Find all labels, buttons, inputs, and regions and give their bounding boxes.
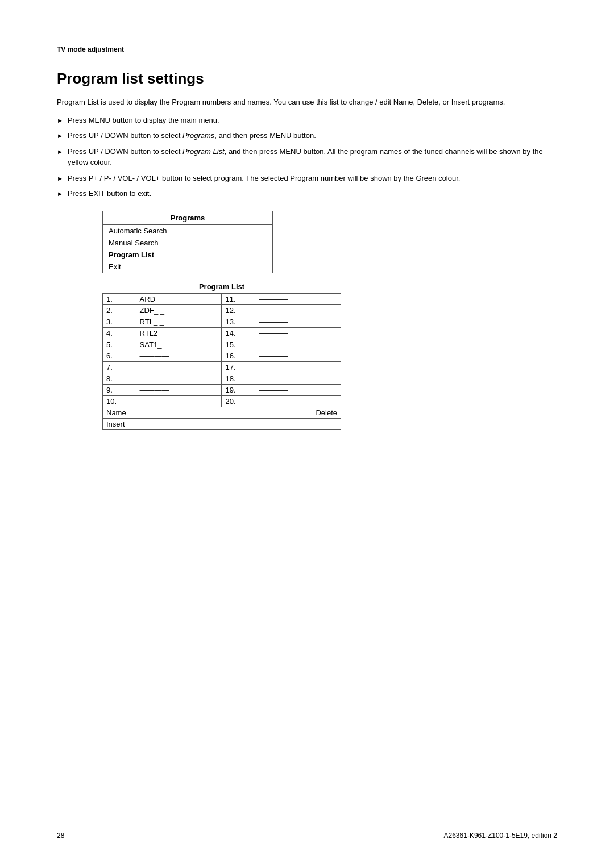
table-row: 4.RTL2_14.———— — [103, 327, 341, 339]
page-footer: 28 A26361-K961-Z100-1-5E19, edition 2 — [57, 828, 557, 840]
row-number-right: 13. — [222, 316, 255, 327]
table-row: 7.————17.———— — [103, 361, 341, 373]
row-number-left: 1. — [103, 293, 136, 304]
row-number-left: 6. — [103, 350, 136, 361]
program-list-table: 1.ARD_ _11.————2.ZDF_ _12.————3.RTL_ _13… — [102, 293, 341, 407]
table-row: 5.SAT1_15.———— — [103, 339, 341, 350]
row-name-left: ———— — [136, 361, 222, 373]
row-name-right: ———— — [255, 293, 341, 304]
table-row: 6.————16.———— — [103, 350, 341, 361]
row-number-left: 2. — [103, 304, 136, 316]
intro-paragraph: Program List is used to display the Prog… — [57, 97, 557, 108]
row-number-right: 16. — [222, 350, 255, 361]
row-name-right: ———— — [255, 373, 341, 384]
footer-delete: Delete — [316, 408, 337, 417]
table-row: 2.ZDF_ _12.———— — [103, 304, 341, 316]
bullet-arrow-icon: ► — [57, 147, 63, 157]
row-number-right: 11. — [222, 293, 255, 304]
programs-menu-title: Programs — [103, 211, 272, 225]
row-number-right: 17. — [222, 361, 255, 373]
row-number-left: 9. — [103, 384, 136, 395]
row-name-right: ———— — [255, 327, 341, 339]
footer-insert: Insert — [106, 420, 125, 428]
bullet-text-3: Press UP / DOWN button to select Program… — [68, 146, 557, 168]
row-name-left: ———— — [136, 395, 222, 407]
bullet-text-2: Press UP / DOWN button to select Program… — [68, 130, 316, 141]
bullet-text-1: Press MENU button to display the main me… — [68, 115, 219, 126]
table-row: 1.ARD_ _11.———— — [103, 293, 341, 304]
bullet-item-5: ► Press EXIT button to exit. — [57, 188, 557, 199]
row-name-right: ———— — [255, 384, 341, 395]
bullet-arrow-icon: ► — [57, 189, 63, 199]
table-row: 10.————20.———— — [103, 395, 341, 407]
row-name-left: RTL_ _ — [136, 316, 222, 327]
row-number-left: 3. — [103, 316, 136, 327]
row-number-right: 18. — [222, 373, 255, 384]
row-number-right: 20. — [222, 395, 255, 407]
row-name-right: ———— — [255, 361, 341, 373]
row-name-left: RTL2_ — [136, 327, 222, 339]
row-number-right: 15. — [222, 339, 255, 350]
row-number-left: 5. — [103, 339, 136, 350]
menu-item-exit[interactable]: Exit — [103, 261, 272, 273]
row-number-left: 7. — [103, 361, 136, 373]
row-name-left: ARD_ _ — [136, 293, 222, 304]
bullet-arrow-icon: ► — [57, 131, 63, 141]
page-number: 28 — [57, 832, 64, 840]
row-number-right: 14. — [222, 327, 255, 339]
table-footer: Name Delete — [102, 407, 341, 419]
bullet-item-2: ► Press UP / DOWN button to select Progr… — [57, 130, 557, 141]
row-name-right: ———— — [255, 304, 341, 316]
row-name-right: ———— — [255, 339, 341, 350]
row-name-left: ZDF_ _ — [136, 304, 222, 316]
row-number-left: 10. — [103, 395, 136, 407]
bullet-item-3: ► Press UP / DOWN button to select Progr… — [57, 146, 557, 168]
table-row: 8.————18.———— — [103, 373, 341, 384]
row-name-right: ———— — [255, 350, 341, 361]
menu-item-manual-search[interactable]: Manual Search — [103, 237, 272, 249]
row-number-right: 12. — [222, 304, 255, 316]
footer-name: Name — [106, 408, 126, 417]
bullet-text-5: Press EXIT button to exit. — [68, 188, 151, 199]
bullet-item-4: ► Press P+ / P- / VOL- / VOL+ button to … — [57, 173, 557, 184]
table-row: 3.RTL_ _13.———— — [103, 316, 341, 327]
row-number-left: 4. — [103, 327, 136, 339]
row-name-left: ———— — [136, 384, 222, 395]
programs-menu: Programs Automatic Search Manual Search … — [102, 211, 273, 273]
page-title: Program list settings — [57, 70, 557, 87]
row-name-right: ———— — [255, 316, 341, 327]
row-name-left: ———— — [136, 373, 222, 384]
instructions-list: ► Press MENU button to display the main … — [57, 115, 557, 199]
table-row: 9.————19.———— — [103, 384, 341, 395]
row-number-left: 8. — [103, 373, 136, 384]
program-list-container: Program List 1.ARD_ _11.————2.ZDF_ _12.—… — [102, 282, 341, 430]
menu-item-automatic-search[interactable]: Automatic Search — [103, 225, 272, 237]
row-number-right: 19. — [222, 384, 255, 395]
section-header: TV mode adjustment — [57, 45, 557, 56]
doc-reference: A26361-K961-Z100-1-5E19, edition 2 — [444, 832, 557, 840]
row-name-right: ———— — [255, 395, 341, 407]
bullet-text-4: Press P+ / P- / VOL- / VOL+ button to se… — [68, 173, 460, 184]
row-name-left: SAT1_ — [136, 339, 222, 350]
row-name-left: ———— — [136, 350, 222, 361]
program-list-title: Program List — [102, 282, 341, 291]
bullet-arrow-icon: ► — [57, 174, 63, 183]
bullet-item-1: ► Press MENU button to display the main … — [57, 115, 557, 126]
bullet-arrow-icon: ► — [57, 116, 63, 126]
menu-item-program-list[interactable]: Program List — [103, 249, 272, 261]
table-footer-insert: Insert — [102, 419, 341, 430]
